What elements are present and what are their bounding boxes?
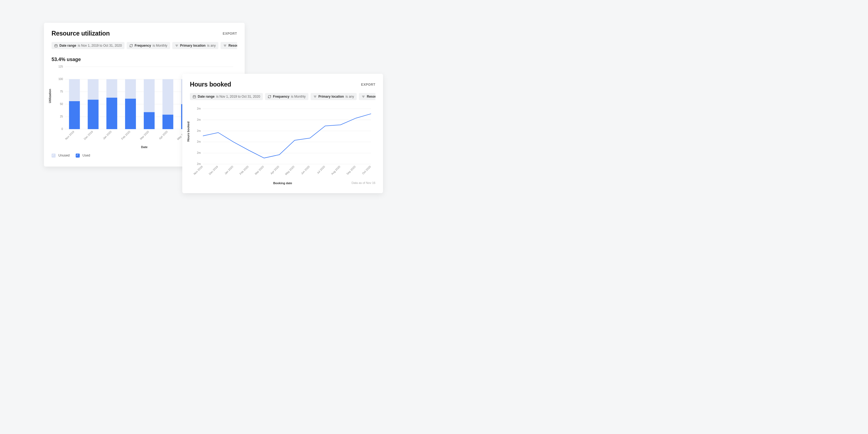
filter-chip-primary-location[interactable]: Primary location is any xyxy=(172,42,218,49)
filter-icon xyxy=(362,95,365,98)
svg-text:Feb 2020: Feb 2020 xyxy=(239,165,249,175)
svg-text:Nov 2019: Nov 2019 xyxy=(193,165,203,175)
filter-label: Resource xyxy=(367,95,375,98)
legend-item-unused[interactable]: Unused xyxy=(52,154,70,158)
svg-rect-31 xyxy=(193,95,196,98)
filter-chip-date-range[interactable]: Date range is Nov 1, 2019 to Oct 31, 202… xyxy=(190,93,263,100)
usage-subtitle: 53.4% usage xyxy=(52,57,237,62)
svg-text:Aug 2020: Aug 2020 xyxy=(331,165,341,175)
svg-text:2m: 2m xyxy=(197,118,201,121)
svg-text:Apr 2020: Apr 2020 xyxy=(158,130,168,140)
bar-used xyxy=(162,115,173,129)
svg-text:Dec 2019: Dec 2019 xyxy=(208,165,219,175)
filter-value: is any xyxy=(207,44,216,48)
svg-text:Jul 2020: Jul 2020 xyxy=(316,165,326,175)
checkbox-icon xyxy=(76,154,80,158)
svg-text:Mar 2020: Mar 2020 xyxy=(140,130,150,140)
svg-text:2m: 2m xyxy=(197,129,201,132)
data-as-of-note: Data as of Nov 16 xyxy=(314,181,375,184)
bar-used xyxy=(106,98,117,129)
bar-used xyxy=(144,112,155,129)
refresh-icon xyxy=(129,44,133,48)
export-button[interactable]: EXPORT xyxy=(361,83,375,87)
filter-label: Resource xyxy=(228,44,237,48)
filter-icon xyxy=(223,44,227,48)
line-chart-svg: 2m2m2m2m2m2mNov 2019Dec 2019Jan 2020Feb … xyxy=(190,105,374,178)
hours-chart: Hours booked 2m2m2m2m2m2mNov 2019Dec 201… xyxy=(190,105,375,185)
svg-text:Sep 2020: Sep 2020 xyxy=(346,165,356,175)
svg-text:2m: 2m xyxy=(197,162,201,165)
svg-text:Mar 2020: Mar 2020 xyxy=(254,165,265,175)
bar-used xyxy=(69,101,80,129)
filter-bar: Date range is Nov 1, 2019 to Oct 31, 202… xyxy=(190,93,375,100)
filter-chip-date-range[interactable]: Date range is Nov 1, 2019 to Oct 31, 202… xyxy=(52,42,124,49)
x-axis-label: Booking date xyxy=(252,182,314,185)
svg-text:Feb 2020: Feb 2020 xyxy=(121,130,131,140)
filter-icon xyxy=(313,95,317,98)
svg-text:25: 25 xyxy=(60,115,63,118)
filter-icon xyxy=(175,44,179,48)
filter-value: is Nov 1, 2019 to Oct 31, 2020 xyxy=(216,95,260,98)
svg-text:Apr 2020: Apr 2020 xyxy=(270,165,280,175)
svg-text:0: 0 xyxy=(61,127,63,130)
y-axis-label: Utilization xyxy=(48,89,52,103)
svg-text:Jan 2020: Jan 2020 xyxy=(224,165,234,175)
card-header: Resource utilization EXPORT xyxy=(52,30,237,37)
svg-text:75: 75 xyxy=(60,90,63,93)
checkbox-icon xyxy=(52,154,56,158)
export-button[interactable]: EXPORT xyxy=(223,32,237,35)
svg-text:125: 125 xyxy=(58,65,63,68)
filter-label: Primary location xyxy=(318,95,344,98)
svg-text:2m: 2m xyxy=(197,151,201,154)
calendar-icon xyxy=(193,95,196,98)
bar-unused xyxy=(88,79,98,99)
filter-value: is Monthly xyxy=(153,44,167,48)
svg-text:2m: 2m xyxy=(197,140,201,143)
card-header: Hours booked EXPORT xyxy=(190,81,375,88)
bar-used xyxy=(88,99,98,129)
bar-unused xyxy=(125,79,136,99)
filter-label: Primary location xyxy=(180,44,206,48)
svg-text:50: 50 xyxy=(60,102,63,105)
refresh-icon xyxy=(268,95,271,98)
filter-value: is any xyxy=(346,95,354,98)
bar-used xyxy=(125,99,136,129)
filter-chip-frequency[interactable]: Frequency is Monthly xyxy=(265,93,308,100)
svg-text:Jan 2020: Jan 2020 xyxy=(102,130,112,140)
bar-unused xyxy=(162,79,173,115)
svg-text:100: 100 xyxy=(58,78,63,81)
filter-label: Date range xyxy=(198,95,215,98)
y-axis-label: Hours booked xyxy=(187,122,190,142)
legend-label: Unused xyxy=(58,154,69,157)
line-series xyxy=(203,114,371,158)
bar-unused xyxy=(144,79,155,112)
filter-value: is Monthly xyxy=(291,95,306,98)
svg-text:Oct 2020: Oct 2020 xyxy=(362,165,372,175)
hours-booked-card: Hours booked EXPORT Date range is Nov 1,… xyxy=(182,74,383,193)
svg-text:May 2020: May 2020 xyxy=(284,165,295,176)
svg-text:2m: 2m xyxy=(197,107,201,110)
bar-unused xyxy=(69,79,80,101)
card-title: Hours booked xyxy=(190,81,231,88)
card-title: Resource utilization xyxy=(52,30,110,37)
legend-item-used[interactable]: Used xyxy=(76,154,90,158)
filter-bar: Date range is Nov 1, 2019 to Oct 31, 202… xyxy=(52,42,237,49)
svg-text:Dec 2019: Dec 2019 xyxy=(83,130,94,140)
legend-label: Used xyxy=(83,154,90,157)
filter-label: Date range xyxy=(59,44,76,48)
filter-chip-resource[interactable]: Resource is any xyxy=(359,93,375,100)
filter-chip-resource[interactable]: Resource is any xyxy=(220,42,237,49)
filter-chip-primary-location[interactable]: Primary location is any xyxy=(311,93,357,100)
svg-text:Jun 2020: Jun 2020 xyxy=(300,165,310,175)
filter-label: Frequency xyxy=(134,44,151,48)
bar-unused xyxy=(106,79,117,98)
svg-rect-0 xyxy=(55,44,58,47)
filter-label: Frequency xyxy=(273,95,289,98)
filter-value: is Nov 1, 2019 to Oct 31, 2020 xyxy=(78,44,122,48)
calendar-icon xyxy=(54,44,58,48)
svg-text:Nov 2019: Nov 2019 xyxy=(65,130,75,140)
filter-chip-frequency[interactable]: Frequency is Monthly xyxy=(127,42,170,49)
